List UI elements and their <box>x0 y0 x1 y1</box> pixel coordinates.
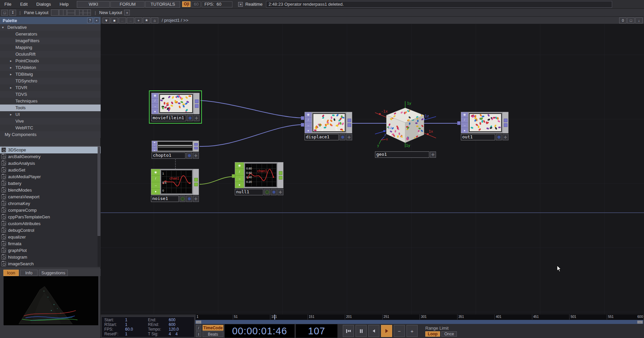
oi-midi-indicator[interactable]: O|I <box>182 1 191 7</box>
tree-collapsed-icon[interactable]: ▸ <box>10 84 12 91</box>
lock-flag-icon[interactable]: ● <box>235 182 244 188</box>
timeline-range-bar[interactable]: ... ... <box>195 320 643 324</box>
output-connectors[interactable] <box>193 141 199 151</box>
field-value[interactable]: 120.0 <box>169 327 179 332</box>
node-flags[interactable]: ◉/→● <box>235 162 244 188</box>
step-forward-button[interactable]: + <box>407 325 418 337</box>
node-displace1[interactable]: ◉/→● displace1 ✛ <box>305 112 352 140</box>
node-color-button[interactable] <box>339 134 345 140</box>
pane-preset-split-vertical-icon[interactable] <box>59 9 67 16</box>
pane-type-dropdown-icon[interactable]: ▼ <box>103 17 110 23</box>
tree-collapsed-icon[interactable]: ▸ <box>10 71 12 78</box>
palette-tree-item-derivative[interactable]: ▾Derivative <box>0 24 101 31</box>
back-icon[interactable]: ← <box>119 17 126 23</box>
palette-tree-item-tdvs[interactable]: TDVS <box>0 91 101 98</box>
node-null1[interactable]: ◉/→● chan1 0.80 0.60 0 <box>235 162 283 195</box>
viewer-flag-icon[interactable]: ◉ <box>461 112 468 118</box>
node-flags[interactable]: ◉/→● <box>152 93 158 114</box>
palette-component-customattributes[interactable]: customAttributes <box>0 220 101 227</box>
palette-component-battery[interactable]: battery <box>0 180 101 187</box>
timeline-field-end[interactable]: End:600 <box>148 318 197 322</box>
bookmark-icon[interactable]: ★ <box>143 17 150 23</box>
bypass-flag-icon[interactable]: / <box>235 169 244 175</box>
node-color-button[interactable] <box>186 196 192 202</box>
tree-expanded-icon[interactable]: ▾ <box>2 24 4 31</box>
node-geo1[interactable]: 1y 1y -1x 1x -1z 1z z x y geo1 ✛ <box>375 100 436 158</box>
tutorials-button[interactable]: TUTORIALS <box>145 1 180 8</box>
network-canvas[interactable]: ◉/→● moviefilein1 ✛ ◉/→● <box>101 24 644 314</box>
node-out1[interactable]: ◉/→● out1 ✛ <box>461 112 508 140</box>
field-value[interactable]: 600 <box>169 318 175 322</box>
lock-flag-icon[interactable]: ● <box>152 109 158 114</box>
viewer-flag-icon[interactable]: ◉ <box>235 162 244 169</box>
output-connectors[interactable] <box>278 162 283 188</box>
node-color-button[interactable] <box>496 134 502 140</box>
viewer-flag-icon[interactable]: ◉ <box>151 169 160 176</box>
field-value[interactable]: 600 <box>169 322 175 327</box>
timeline-ruler[interactable]: 151101151201251301351401451501551600 <box>195 315 643 320</box>
close-icon[interactable]: × <box>94 18 99 23</box>
pane-preset-quad-icon[interactable] <box>83 9 91 16</box>
timecode-mode-button[interactable]: TimeCode <box>203 325 223 331</box>
palette-tree-item-tdvr[interactable]: ▸TDVR <box>0 84 101 91</box>
output-connectors[interactable] <box>346 112 352 133</box>
field-value[interactable]: 1 <box>125 332 127 336</box>
export-flag-icon[interactable]: → <box>461 123 468 128</box>
node-noise1[interactable]: ◉/→● chan1 1 0.5 0 <box>151 169 199 202</box>
viewer-flag-icon[interactable]: ◉ <box>305 112 312 118</box>
viewer-flag-icon[interactable]: ◉ <box>152 93 158 98</box>
timeline-field-rstart[interactable]: RStart:1 <box>104 322 148 327</box>
palette-component-graphplot[interactable]: graphPlot <box>0 247 101 254</box>
menu-dialogs[interactable]: Dialogs <box>32 2 55 7</box>
input-connector[interactable] <box>301 116 304 120</box>
timeline-field-start[interactable]: Start:1 <box>104 318 148 322</box>
beats-mode-button[interactable]: Beats <box>203 331 223 337</box>
palette-tree-item-techniques[interactable]: Techniques <box>0 98 101 105</box>
bypass-flag-icon[interactable]: / <box>305 118 312 123</box>
node-name[interactable]: null1 <box>235 189 263 195</box>
palette-component-audioset[interactable]: audioSet <box>0 167 101 174</box>
node-chopto1[interactable]: ◉/→● chopto1 ✛ <box>152 141 199 159</box>
timeline-slash-button[interactable]: / <box>196 325 201 331</box>
node-color-button[interactable] <box>187 115 193 121</box>
palette-component-arcballgeometry[interactable]: arcBallGeometry <box>0 153 101 160</box>
dock-icon[interactable]: ↓ <box>635 17 643 23</box>
palette-tree-item-pointclouds[interactable]: ▸PointClouds <box>0 58 101 64</box>
palette-tree-item-tdbitwig[interactable]: ▸TDBitwig <box>0 71 101 78</box>
node-flags[interactable]: ◉/→● <box>305 112 312 133</box>
field-value[interactable]: 60.0 <box>125 327 133 332</box>
floating-window-icon[interactable]: □ <box>627 17 635 23</box>
node-flags[interactable]: ◉/→● <box>152 141 157 151</box>
timeline-settings[interactable]: Start:1RStart:1FPS:60.0ResetF:1End:600RE… <box>101 317 195 337</box>
node-moviefilein1[interactable]: ◉/→● moviefilein1 ✛ <box>151 93 200 121</box>
palette-component-audioanalysis[interactable]: audioAnalysis <box>0 160 101 167</box>
node-add-button[interactable]: ✛ <box>277 189 283 195</box>
help-icon[interactable]: ? <box>87 18 93 23</box>
palette-component-debugcontrol[interactable]: debugControl <box>0 227 101 234</box>
field-value[interactable]: 1 <box>125 322 127 327</box>
palette-tree-item-tdsynchro[interactable]: TDSynchro <box>0 78 101 84</box>
bypass-flag-icon[interactable]: / <box>461 118 468 123</box>
new-layout-add-button[interactable]: + <box>124 10 130 15</box>
palette-component-firmata[interactable]: firmata <box>0 241 101 247</box>
palette-component-equalizer[interactable]: equalizer <box>0 234 101 241</box>
palette-tab-icon[interactable]: Icon <box>3 270 19 276</box>
once-button[interactable]: Once <box>441 331 457 337</box>
bypass-flag-icon[interactable]: / <box>151 176 160 182</box>
timeline-ibar-button[interactable]: I <box>196 331 201 337</box>
timeline-field-rend[interactable]: REnd:600 <box>148 322 197 327</box>
tree-collapsed-icon[interactable]: ▸ <box>10 64 12 71</box>
palette-tree-item-ui[interactable]: ▸UI <box>0 111 101 118</box>
node-name[interactable]: geo1 <box>375 151 429 158</box>
timeline-field-tsig[interactable]: T Sig:4 4 <box>148 332 197 336</box>
pane-maximize-icon[interactable]: □ <box>1 10 8 16</box>
range-grip-right[interactable]: ... <box>637 321 643 324</box>
scrollbar-thumb[interactable] <box>98 147 100 236</box>
palette-component-comparecomp[interactable]: compareComp <box>0 207 101 214</box>
palette-tree-item-imagefilters[interactable]: ImageFilters <box>0 38 101 44</box>
palette-component-blendmodes[interactable]: blendModes <box>0 187 101 194</box>
layout-bookmark-icon[interactable]: ↧ <box>9 10 16 16</box>
node-pattern-button[interactable] <box>264 189 270 195</box>
pause-button[interactable] <box>356 325 367 337</box>
node-pattern-button[interactable] <box>179 196 185 202</box>
